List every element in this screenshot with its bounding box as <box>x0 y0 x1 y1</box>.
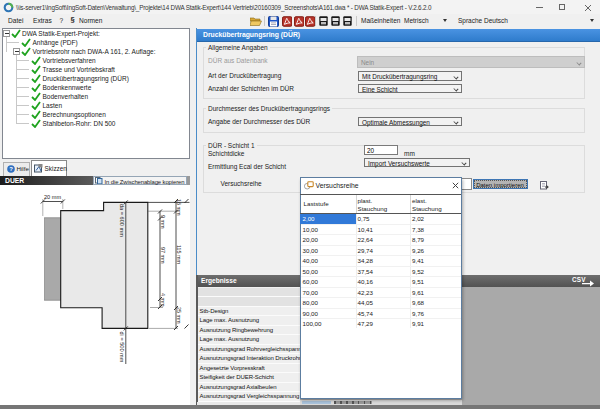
svg-text:4 mm: 4 mm <box>160 293 166 307</box>
svg-text:?: ? <box>9 166 13 172</box>
svg-text:9 mm: 9 mm <box>160 215 166 229</box>
svg-text:97 mm: 97 mm <box>160 247 166 264</box>
svg-text:20 mm: 20 mm <box>44 194 61 200</box>
svg-text:115 mm: 115 mm <box>176 245 182 265</box>
svg-text:di = 500 mm: di = 500 mm <box>119 332 125 363</box>
svg-text:16 mm: 16 mm <box>176 199 182 216</box>
svg-text:25 mm: 25 mm <box>176 307 182 324</box>
svg-text:da = 600 mm: da = 600 mm <box>119 204 125 237</box>
